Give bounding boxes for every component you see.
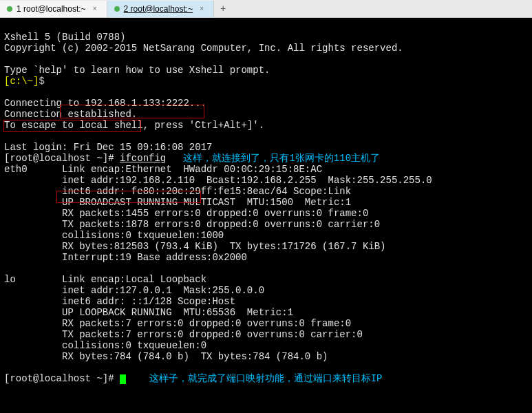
copyright-text: Copyright (c) 2002-2015 NetSarang Comput…: [4, 43, 403, 54]
terminal-output[interactable]: Xshell 5 (Build 0788) Copyright (c) 2002…: [0, 18, 532, 413]
close-icon[interactable]: ×: [90, 4, 100, 14]
lo-line: collisions:0 txqueuelen:0: [4, 340, 206, 351]
lo-line: inet6 addr: ::1/128 Scope:Host: [4, 296, 235, 307]
shell-prompt: [root@localhost ~]#: [4, 153, 120, 164]
lo-line: lo Link encap:Local Loopback: [4, 274, 206, 285]
last-login-text: Last login: Fri Dec 15 09:16:08 2017: [4, 142, 212, 153]
annotation-2: 这样子，就完成了端口映射功能，通过端口来转目标IP: [126, 373, 382, 384]
cursor-icon: [120, 374, 126, 384]
local-prompt-path: [c:\~]: [4, 76, 39, 87]
escape-text: To escape to local shell, press 'Ctrl+Al…: [4, 120, 264, 131]
connecting-text: Connecting to 192.168.1.133:2222...: [4, 98, 206, 109]
annotation-1: 这样，就连接到了，只有1张网卡的110主机了: [166, 153, 380, 164]
app-title: Xshell 5 (Build 0788): [4, 32, 125, 43]
tab-label: 1 root@localhost:~: [17, 4, 86, 14]
lo-line: UP LOOPBACK RUNNING MTU:65536 Metric:1: [4, 307, 293, 318]
eth0-line: eth0 Link encap:Ethernet HWaddr 00:0C:29…: [4, 164, 322, 175]
local-prompt-dollar: $: [39, 76, 44, 87]
tab-1[interactable]: 1 root@localhost:~ ×: [0, 1, 107, 17]
lo-line: TX packets:7 errors:0 dropped:0 overruns…: [4, 329, 363, 340]
tab-bar: 1 root@localhost:~ × 2 root@localhost:~ …: [0, 0, 532, 18]
lo-line: RX bytes:784 (784.0 b) TX bytes:784 (784…: [4, 351, 328, 362]
established-text: Connection established.: [4, 109, 137, 120]
tab-label: 2 root@localhost:~: [124, 4, 193, 14]
eth0-line: RX packets:1455 errors:0 dropped:0 overr…: [4, 208, 368, 219]
eth0-line: inet addr:192.168.2.110 Bcast:192.168.2.…: [4, 175, 432, 186]
status-dot-icon: [7, 6, 12, 12]
tab-2[interactable]: 2 root@localhost:~ ×: [107, 1, 215, 17]
eth0-line: Interrupt:19 Base address:0x2000: [4, 252, 247, 263]
lo-line: inet addr:127.0.0.1 Mask:255.0.0.0: [4, 285, 264, 296]
eth0-line: inet6 addr: fe80::20c:29ff:fe15:8eac/64 …: [4, 186, 351, 197]
eth0-line: UP BROADCAST RUNNING MULTICAST MTU:1500 …: [4, 197, 351, 208]
command-text: ifconfig: [120, 153, 166, 164]
help-text: Type `help' to learn how to use Xshell p…: [4, 65, 270, 76]
lo-line: RX packets:7 errors:0 dropped:0 overruns…: [4, 318, 351, 329]
close-icon[interactable]: ×: [197, 4, 206, 14]
eth0-line: RX bytes:812503 (793.4 KiB) TX bytes:171…: [4, 241, 386, 252]
eth0-line: collisions:0 txqueuelen:1000: [4, 230, 224, 241]
shell-prompt: [root@localhost ~]#: [4, 373, 120, 384]
add-tab-button[interactable]: +: [214, 1, 232, 17]
eth0-line: TX packets:1878 errors:0 dropped:0 overr…: [4, 219, 380, 230]
status-dot-icon: [114, 6, 120, 12]
